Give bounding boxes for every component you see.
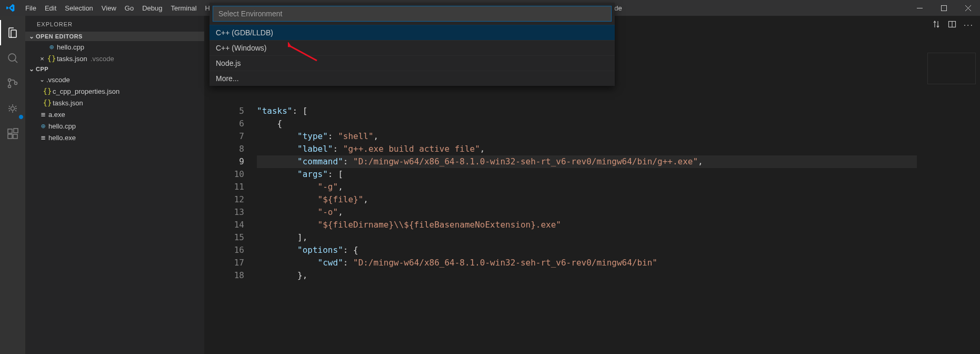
- file-item[interactable]: ≡a.exe: [25, 109, 204, 120]
- file-item[interactable]: ≡hello.exe: [25, 132, 204, 143]
- menu-view[interactable]: View: [97, 0, 121, 16]
- quick-pick-panel: Select Environment C++ (GDB/LLDB)C++ (Wi…: [209, 3, 615, 86]
- quick-pick-item[interactable]: More...: [209, 71, 615, 86]
- svg-point-4: [8, 54, 16, 61]
- file-item[interactable]: ⊕hello.cpp: [25, 120, 204, 132]
- close-window-button[interactable]: [956, 0, 980, 16]
- chevron-down-icon: ⌄: [27, 33, 36, 40]
- debug-activity-icon[interactable]: [0, 96, 25, 121]
- explorer-sidebar: EXPLORER ⌄ OPEN EDITORS ⊕hello.cpp×{}tas…: [25, 16, 204, 354]
- file-detail-label: .vscode: [91, 55, 114, 63]
- close-editor-icon[interactable]: ×: [38, 55, 46, 63]
- annotation-arrow-icon: [288, 42, 319, 63]
- menu-terminal[interactable]: Terminal: [166, 0, 201, 16]
- workspace-header[interactable]: ⌄ CPP: [25, 64, 204, 74]
- file-item[interactable]: {}c_cpp_properties.json: [25, 85, 204, 97]
- file-name-label: hello.cpp: [57, 43, 84, 51]
- cpp-file-icon: ⊕: [38, 122, 48, 130]
- minimap-viewport[interactable]: [927, 53, 976, 84]
- activity-bar: [0, 16, 25, 354]
- menu-selection[interactable]: Selection: [61, 0, 97, 16]
- json-file-icon: {}: [42, 87, 53, 95]
- quick-pick-item[interactable]: Node.js: [209, 55, 615, 71]
- menu-edit[interactable]: Edit: [41, 0, 61, 16]
- svg-line-5: [15, 60, 17, 63]
- file-item[interactable]: {}tasks.json: [25, 97, 204, 109]
- tree-item-label: hello.exe: [48, 134, 76, 142]
- svg-point-6: [8, 79, 11, 82]
- svg-rect-13: [14, 129, 18, 133]
- svg-line-16: [291, 46, 317, 61]
- open-editor-item[interactable]: ⊕hello.cpp: [25, 41, 204, 53]
- chevron-down-icon: ⌄: [27, 65, 36, 73]
- menu-file[interactable]: File: [21, 0, 41, 16]
- cpp-file-icon: ⊕: [46, 43, 57, 51]
- open-editors-header[interactable]: ⌄ OPEN EDITORS: [25, 32, 204, 41]
- search-activity-icon[interactable]: [0, 45, 25, 71]
- tree-item-label: a.exe: [48, 111, 65, 119]
- tree-item-label: .vscode: [46, 76, 70, 84]
- folder-item[interactable]: ⌄.vscode: [25, 74, 204, 85]
- svg-rect-10: [8, 129, 12, 133]
- explorer-activity-icon[interactable]: [0, 20, 25, 45]
- vscode-logo-icon: [6, 4, 15, 12]
- svg-rect-12: [13, 134, 17, 139]
- open-editor-item[interactable]: ×{}tasks.json.vscode: [25, 53, 204, 64]
- quick-pick-input[interactable]: Select Environment: [213, 6, 612, 22]
- chevron-down-icon: ⌄: [38, 76, 46, 83]
- json-file-icon: {}: [42, 99, 53, 107]
- workspace-label: CPP: [36, 66, 48, 72]
- minimap[interactable]: [917, 16, 980, 354]
- svg-point-7: [8, 85, 11, 88]
- exe-file-icon: ≡: [38, 133, 48, 142]
- extensions-activity-icon[interactable]: [0, 121, 25, 146]
- source-control-activity-icon[interactable]: [0, 71, 25, 96]
- tree-item-label: c_cpp_properties.json: [53, 87, 119, 95]
- debug-badge-icon: [18, 114, 24, 120]
- menu-debug[interactable]: Debug: [138, 0, 166, 16]
- maximize-button[interactable]: [932, 0, 956, 16]
- quick-pick-item[interactable]: C++ (GDB/LLDB): [209, 25, 615, 40]
- file-name-label: tasks.json: [57, 55, 87, 63]
- exe-file-icon: ≡: [38, 110, 48, 119]
- tree-item-label: hello.cpp: [48, 122, 76, 130]
- menu-go[interactable]: Go: [121, 0, 138, 16]
- minimize-button[interactable]: [907, 0, 932, 16]
- svg-rect-1: [941, 5, 946, 11]
- svg-point-9: [11, 107, 15, 111]
- open-editors-label: OPEN EDITORS: [36, 33, 83, 40]
- tree-item-label: tasks.json: [53, 99, 83, 107]
- json-file-icon: {}: [46, 54, 57, 63]
- sidebar-title: EXPLORER: [25, 16, 204, 32]
- quick-pick-item[interactable]: C++ (Windows): [209, 40, 615, 55]
- svg-rect-11: [8, 134, 12, 139]
- svg-point-8: [15, 82, 17, 85]
